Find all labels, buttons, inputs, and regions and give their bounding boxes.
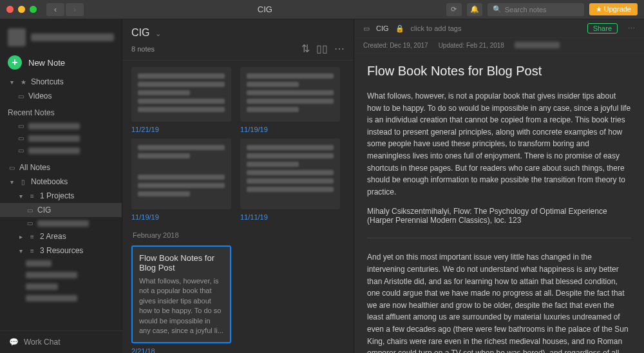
- note-card[interactable]: [240, 138, 340, 209]
- stack-icon: ≡: [28, 233, 36, 240]
- all-notes-label: All Notes: [19, 163, 50, 172]
- note-icon: ▭: [17, 147, 24, 154]
- created-date: Created: Dec 19, 2017: [363, 42, 428, 49]
- more-icon[interactable]: ⋯: [334, 43, 345, 55]
- close-window-icon[interactable]: [6, 6, 14, 13]
- nb-resources-label: 3 Resources: [40, 246, 83, 255]
- note-card-selected[interactable]: Flow Book Notes for Blog Post What follo…: [131, 245, 231, 343]
- month-header: February 2018: [133, 231, 345, 239]
- sidebar-recent-item[interactable]: ▭: [0, 132, 122, 144]
- nav-arrows: ‹ ›: [46, 3, 84, 16]
- note-title[interactable]: Flow Book Notes for Blog Post: [367, 64, 631, 79]
- minimize-window-icon[interactable]: [18, 6, 25, 13]
- sidebar-nb-item[interactable]: [0, 281, 122, 292]
- editor-meta: Created: Dec 19, 2017 Updated: Feb 21, 2…: [354, 38, 644, 53]
- work-chat-button[interactable]: 💬 Work Chat: [0, 330, 122, 353]
- avatar: [8, 28, 26, 46]
- note-paragraph[interactable]: What follows, however, is not a popular …: [367, 90, 631, 198]
- note-card[interactable]: [240, 67, 340, 122]
- notebook-icon: ▭: [26, 220, 33, 227]
- notebook-icon: ▭: [363, 24, 370, 33]
- maximize-window-icon[interactable]: [30, 6, 37, 13]
- back-button[interactable]: ‹: [46, 3, 64, 16]
- note-icon: ▭: [17, 122, 24, 129]
- notelist-tools: ⇅ ▯▯ ⋯: [301, 43, 345, 55]
- shortcuts-label: Shortcuts: [31, 77, 64, 86]
- note-icon: ▭: [8, 164, 15, 171]
- search-input[interactable]: 🔍 Search notes: [488, 3, 584, 16]
- account-row[interactable]: [0, 24, 122, 50]
- updated-date: Updated: Feb 21, 2018: [439, 42, 504, 49]
- more-icon[interactable]: ⋯: [628, 24, 635, 33]
- nb-cig-label: CIG: [37, 205, 51, 215]
- window-controls: [6, 6, 37, 13]
- chevron-down-icon: ▾: [8, 79, 15, 86]
- lock-icon: 🔒: [395, 24, 404, 33]
- note-date: 11/19/19: [240, 126, 340, 133]
- bell-icon[interactable]: 🔔: [467, 3, 482, 16]
- note-citation[interactable]: Mihaly Csikszentmihalyi, Flow: The Psych…: [367, 207, 631, 225]
- sync-icon[interactable]: ⟳: [446, 3, 462, 16]
- sidebar-nb-item[interactable]: [0, 292, 122, 304]
- sidebar-nb-item[interactable]: ▭: [0, 217, 122, 229]
- note-icon: ▭: [17, 135, 24, 142]
- sidebar-nb-item[interactable]: [0, 269, 122, 281]
- notebook-icon: ▭: [26, 207, 33, 214]
- meta-blur: [515, 42, 560, 48]
- sidebar-nb-item[interactable]: [0, 258, 122, 269]
- sidebar-nb-resources[interactable]: ▾ ≡ 3 Resources: [0, 243, 122, 258]
- search-placeholder: Search notes: [505, 6, 547, 14]
- sidebar-shortcuts[interactable]: ▾ ★ Shortcuts: [0, 75, 122, 89]
- chevron-down-icon: ▾: [8, 178, 15, 186]
- note-list: CIG ⌄ 8 notes ⇅ ▯▯ ⋯ 11/21/19: [122, 19, 354, 353]
- sidebar-recent-item[interactable]: ▭: [0, 120, 122, 132]
- sidebar-nb-projects[interactable]: ▾ ≡ 1 Projects: [0, 189, 122, 203]
- note-count: 8 notes: [131, 45, 155, 53]
- stack-icon: ≡: [28, 193, 36, 200]
- divider: [367, 238, 631, 238]
- nb-areas-label: 2 Areas: [40, 232, 66, 241]
- view-icon[interactable]: ▯▯: [316, 43, 328, 55]
- sidebar-nb-cig[interactable]: ▭ CIG: [0, 203, 122, 217]
- note-date: 11/21/19: [131, 126, 231, 133]
- sidebar-notebooks[interactable]: ▾ ▯ Notebooks: [0, 175, 122, 189]
- editor-body[interactable]: Flow Book Notes for Blog Post What follo…: [354, 53, 644, 353]
- share-button[interactable]: Share: [587, 23, 618, 33]
- work-chat-label: Work Chat: [24, 338, 60, 347]
- new-note-button[interactable]: + New Note: [0, 50, 122, 75]
- nb-projects-label: 1 Projects: [40, 191, 74, 200]
- chevron-down-icon: ▾: [17, 247, 24, 254]
- notelist-body[interactable]: 11/21/19 11/19/19 11/: [122, 61, 354, 353]
- sidebar-recent-item[interactable]: ▭: [0, 144, 122, 157]
- editor: ▭ CIG 🔒 click to add tags Share ⋯ Create…: [354, 19, 644, 353]
- chevron-down-icon: ▾: [17, 193, 24, 200]
- recent-notes-header: Recent Notes: [0, 103, 122, 120]
- shortcut-label: Videos: [28, 91, 52, 100]
- notelist-title: CIG: [131, 27, 149, 38]
- account-name: [31, 33, 114, 41]
- note-card-preview: What follows, however, is not a popular …: [139, 276, 223, 336]
- note-date: 11/19/19: [131, 213, 231, 221]
- titlebar-right: ⟳ 🔔 🔍 Search notes ★ Upgrade: [446, 3, 638, 16]
- upgrade-button[interactable]: ★ Upgrade: [589, 3, 638, 15]
- editor-notebook[interactable]: CIG: [376, 24, 389, 32]
- chat-icon: 💬: [9, 338, 19, 347]
- sidebar-shortcut-item[interactable]: ▭ Videos: [0, 89, 122, 103]
- titlebar: ‹ › CIG ⟳ 🔔 🔍 Search notes ★ Upgrade: [0, 0, 644, 19]
- note-card[interactable]: [131, 67, 231, 122]
- chevron-right-icon: ▸: [17, 233, 24, 240]
- sidebar-nb-areas[interactable]: ▸ ≡ 2 Areas: [0, 229, 122, 243]
- note-date: 2/21/18: [131, 347, 231, 353]
- main: + New Note ▾ ★ Shortcuts ▭ Videos Recent…: [0, 19, 644, 353]
- sort-icon[interactable]: ⇅: [301, 43, 310, 55]
- note-icon: ▭: [17, 93, 24, 100]
- window-title: CIG: [84, 5, 446, 14]
- plus-icon: +: [8, 55, 22, 70]
- sidebar-all-notes[interactable]: ▭ All Notes: [0, 160, 122, 175]
- chevron-down-icon[interactable]: ⌄: [155, 30, 161, 37]
- forward-button[interactable]: ›: [66, 3, 84, 16]
- notelist-subheader: 8 notes ⇅ ▯▯ ⋯: [122, 43, 354, 61]
- tags-placeholder[interactable]: click to add tags: [411, 24, 462, 32]
- note-card[interactable]: [131, 138, 231, 209]
- note-paragraph[interactable]: And yet on this most important issue ver…: [367, 251, 631, 353]
